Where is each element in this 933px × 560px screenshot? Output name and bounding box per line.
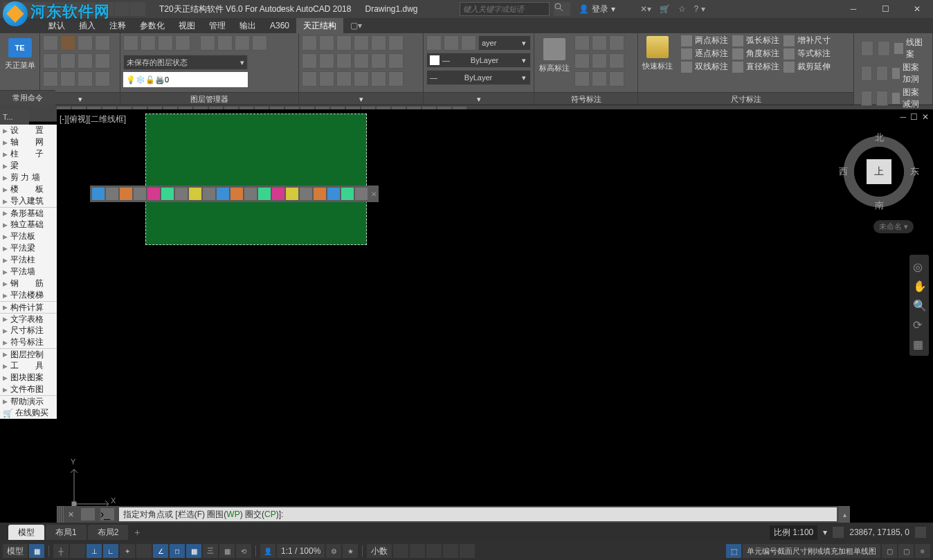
close-button[interactable]: ✕ xyxy=(901,0,933,18)
app-menu-button[interactable] xyxy=(3,2,18,16)
ft-btn[interactable] xyxy=(189,188,201,200)
cmd-btn[interactable] xyxy=(78,53,93,69)
cmd-btn[interactable] xyxy=(60,53,75,69)
linetype-dropdown[interactable]: —ByLayer▾ xyxy=(426,53,531,68)
tool-btn[interactable] xyxy=(302,71,317,87)
sb-snap[interactable]: ┼ xyxy=(53,544,69,558)
cmd-btn[interactable] xyxy=(95,71,110,87)
cmd-btn[interactable] xyxy=(43,35,58,51)
ft-btn[interactable] xyxy=(134,188,146,200)
tool-btn[interactable] xyxy=(336,71,352,87)
favorite-icon[interactable]: ☆ xyxy=(678,4,686,14)
sym-btn[interactable] xyxy=(574,35,590,51)
sidemenu-header[interactable]: T... xyxy=(0,109,29,125)
sym-btn[interactable] xyxy=(609,35,624,51)
tool-btn[interactable] xyxy=(319,53,334,69)
fill-btn[interactable] xyxy=(878,41,890,56)
cmd-btn[interactable] xyxy=(43,53,58,69)
ft-btn[interactable] xyxy=(161,188,174,200)
fill-subhole[interactable]: 图案减洞 xyxy=(892,87,925,110)
qat-saveas[interactable] xyxy=(66,2,82,16)
sb-customize-icon[interactable]: ≡ xyxy=(915,544,930,558)
ft-btn[interactable] xyxy=(106,188,118,200)
tool-btn[interactable] xyxy=(354,35,369,51)
qat-save[interactable] xyxy=(51,2,66,16)
layout-add-button[interactable]: + xyxy=(129,525,145,540)
ft-btn[interactable] xyxy=(203,188,215,200)
tab-tianzheng[interactable]: 天正结构 xyxy=(296,18,343,34)
nav-wheel-icon[interactable]: ◎ xyxy=(913,260,925,273)
fill-btn[interactable] xyxy=(861,41,873,56)
ft-btn[interactable] xyxy=(258,188,271,200)
login-button[interactable]: 👤 登录 ▾ xyxy=(579,3,615,15)
fill-btn[interactable] xyxy=(861,91,872,106)
sym-btn[interactable] xyxy=(574,71,590,87)
tool-btn[interactable] xyxy=(371,71,386,87)
sym-btn[interactable] xyxy=(592,71,607,87)
sb-ortho[interactable]: ∟ xyxy=(103,544,118,558)
tab-insert[interactable]: 插入 xyxy=(72,18,102,34)
sb-btn[interactable] xyxy=(393,544,408,558)
tab-a360[interactable]: A360 xyxy=(263,19,296,33)
viewport-label[interactable]: [-][俯视][二维线框] xyxy=(60,114,126,125)
sb-annoscale-icon[interactable]: 👤 xyxy=(260,544,275,558)
layout-tab-model[interactable]: 模型 xyxy=(8,525,44,540)
sidemenu-item[interactable]: 🛒在线购买 xyxy=(0,407,57,419)
viewcube-top[interactable]: 上 xyxy=(867,159,891,184)
nav-showmotion-icon[interactable]: ▦ xyxy=(913,338,925,350)
tool-btn[interactable] xyxy=(354,53,369,69)
sym-btn[interactable] xyxy=(574,53,590,69)
cmdbar-recent-icon[interactable] xyxy=(81,508,95,521)
fill-line[interactable]: 线图案 xyxy=(894,37,925,60)
sb-2d[interactable]: ▦ xyxy=(186,544,201,558)
sidemenu-item[interactable]: ▶柱 子 xyxy=(0,148,57,160)
sidemenu-item[interactable]: ▶平法墙 xyxy=(0,266,57,278)
tool-btn[interactable] xyxy=(336,35,352,51)
sb-cycle[interactable]: ⟲ xyxy=(236,544,251,558)
tz-menu-button[interactable]: 天正菜单 xyxy=(3,35,37,73)
nav-orbit-icon[interactable]: ⟳ xyxy=(913,318,925,331)
ft-btn[interactable] xyxy=(92,188,105,200)
help-icon[interactable]: ? ▾ xyxy=(694,4,705,14)
ft-btn[interactable] xyxy=(327,188,340,200)
search-button[interactable] xyxy=(554,2,570,16)
ft-btn[interactable] xyxy=(147,188,160,200)
sb-r-btn[interactable]: ▢ xyxy=(882,544,897,558)
sym-btn[interactable] xyxy=(592,53,607,69)
tool-btn[interactable] xyxy=(371,35,386,51)
sr-btn[interactable] xyxy=(915,527,926,538)
tool-btn[interactable] xyxy=(388,53,404,69)
lineweight-dropdown[interactable]: —ByLayer▾ xyxy=(426,70,531,85)
layout-tab-2[interactable]: 布局2 xyxy=(88,525,129,540)
ft-btn[interactable] xyxy=(244,188,257,200)
fill-btn[interactable] xyxy=(861,66,872,81)
sym-btn[interactable] xyxy=(609,53,624,69)
scale-label[interactable]: 比例 1:100 xyxy=(770,525,817,540)
sidemenu-item[interactable]: ▶图块图案 xyxy=(0,372,57,383)
exchange-icon[interactable]: ✕▾ xyxy=(640,4,651,14)
search-input[interactable] xyxy=(460,2,550,16)
sidemenu-item[interactable]: ▶帮助演示 xyxy=(0,395,57,407)
ft-btn[interactable] xyxy=(175,188,188,200)
ft-btn[interactable] xyxy=(272,188,284,200)
sidemenu-item[interactable]: ▶符号标注 xyxy=(0,336,57,348)
sidemenu-item[interactable]: ▶导入建筑 xyxy=(0,195,57,207)
tab-parametric[interactable]: 参数化 xyxy=(133,18,172,34)
layer-btn[interactable] xyxy=(158,35,173,51)
sb-osnap[interactable]: ∠ xyxy=(153,544,168,558)
command-input[interactable]: 指定对角点或 [栏选(F) 圈围(WP) 圈交(CP)]: xyxy=(119,507,837,521)
tool-btn[interactable] xyxy=(371,53,386,69)
sb-model[interactable]: 模型 xyxy=(3,544,28,558)
sidemenu-item[interactable]: ▶文件布图 xyxy=(0,383,57,395)
sb-polar[interactable]: ✦ xyxy=(120,544,135,558)
sidemenu-item[interactable]: ▶平法板 xyxy=(0,231,57,242)
sidemenu-item[interactable]: ▶平法楼梯 xyxy=(0,289,57,301)
cmdbar-expand[interactable]: ▴ xyxy=(839,506,850,523)
dim-diameter[interactable]: 直径标注 xyxy=(732,61,779,73)
layer-btn[interactable] xyxy=(252,35,267,51)
vp-minimize[interactable]: ─ xyxy=(900,112,906,122)
sidemenu-item[interactable]: ▶构件计算 xyxy=(0,301,57,313)
ft-btn[interactable] xyxy=(341,188,354,200)
sb-btn[interactable] xyxy=(410,544,425,558)
sb-zoom[interactable]: 1:1 / 100% xyxy=(277,544,325,558)
